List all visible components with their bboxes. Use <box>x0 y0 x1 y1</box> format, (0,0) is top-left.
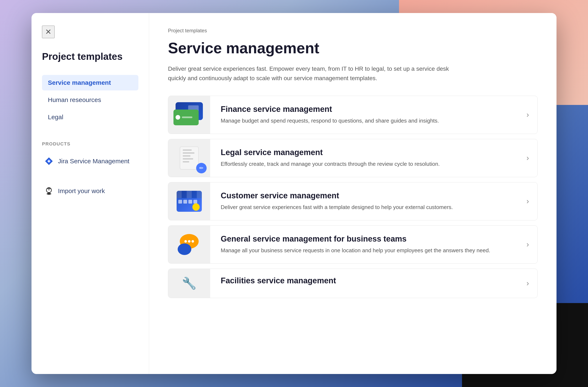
general-template-arrow: › <box>518 240 537 249</box>
legal-template-body: Legal service management Effortlessly cr… <box>210 140 518 177</box>
general-template-body: General service management for business … <box>210 226 518 263</box>
general-template-image <box>168 226 210 263</box>
finance-template-desc: Manage budget and spend requests, respon… <box>221 117 507 125</box>
import-icon <box>44 186 54 196</box>
finance-template-body: Finance service management Manage budget… <box>210 96 518 133</box>
sidebar-nav: Service management Human reseources Lega… <box>42 75 138 126</box>
template-list: Finance service management Manage budget… <box>168 96 538 298</box>
jira-service-management-item[interactable]: Jira Service Management <box>42 153 138 170</box>
template-card-general[interactable]: General service management for business … <box>168 225 538 264</box>
sidebar-title: Project templates <box>42 51 138 62</box>
legal-template-title: Legal service management <box>221 148 507 157</box>
customer-template-image <box>168 182 210 220</box>
finance-template-arrow: › <box>518 110 537 119</box>
main-content: Project templates Service management Del… <box>149 13 556 374</box>
page-description: Deliver great service experiences fast. … <box>168 64 462 83</box>
sidebar: ✕ Project templates Service management H… <box>32 13 149 374</box>
customer-template-desc: Deliver great service experiences fast w… <box>221 203 507 211</box>
bubble2-icon <box>178 244 191 255</box>
general-template-desc: Manage all your business service request… <box>221 246 507 255</box>
pen-icon: ✏ <box>196 163 207 173</box>
template-card-finance[interactable]: Finance service management Manage budget… <box>168 96 538 134</box>
customer-template-title: Customer service management <box>221 191 507 200</box>
customer-template-body: Customer service management Deliver grea… <box>210 183 518 220</box>
modal: ✕ Project templates Service management H… <box>32 13 556 374</box>
close-button[interactable]: ✕ <box>42 26 55 38</box>
jira-service-management-label: Jira Service Management <box>58 158 129 165</box>
products-section: PRODUCTS Jira Service Management <box>42 141 138 170</box>
general-template-title: General service management for business … <box>221 234 507 244</box>
template-card-legal[interactable]: ✏ Legal service management Effortlessly … <box>168 139 538 177</box>
facilities-template-body: Facilities service management <box>210 270 518 297</box>
sidebar-item-human-resources[interactable]: Human reseources <box>42 92 138 108</box>
jira-service-management-icon <box>44 156 54 166</box>
breadcrumb: Project templates <box>168 28 538 34</box>
template-card-customer[interactable]: Customer service management Deliver grea… <box>168 182 538 220</box>
import-work-item[interactable]: Import your work <box>42 182 138 200</box>
facilities-template-arrow: › <box>518 279 537 288</box>
template-card-facilities[interactable]: 🔧 Facilities service management › <box>168 269 538 298</box>
sidebar-item-legal[interactable]: Legal <box>42 109 138 125</box>
page-title: Service management <box>168 40 538 57</box>
finance-template-title: Finance service management <box>221 105 507 114</box>
customer-template-arrow: › <box>518 197 537 206</box>
facilities-template-title: Facilities service management <box>221 276 507 285</box>
sidebar-item-service-management[interactable]: Service management <box>42 75 138 90</box>
legal-template-arrow: › <box>518 154 537 163</box>
products-label: PRODUCTS <box>42 141 138 147</box>
legal-template-image: ✏ <box>168 139 210 177</box>
import-label: Import your work <box>58 187 105 195</box>
legal-template-desc: Effortlessly create, track and manage yo… <box>221 160 507 168</box>
finance-template-image <box>168 96 210 134</box>
facilities-template-image: 🔧 <box>168 269 210 298</box>
